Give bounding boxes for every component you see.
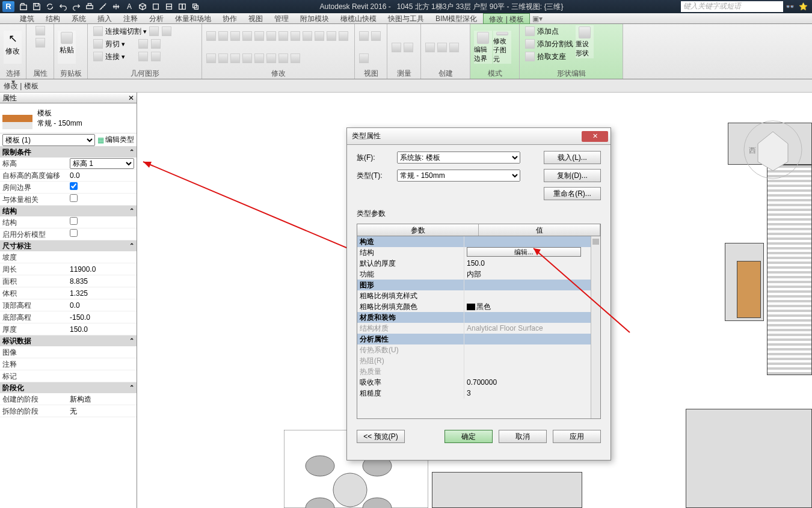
param-row[interactable]: 热质量 xyxy=(357,366,600,377)
load-button[interactable]: 载入(L)... xyxy=(544,151,601,164)
scrollbar[interactable] xyxy=(591,236,600,418)
prop-group[interactable]: 限制条件⌃ xyxy=(0,147,137,158)
param-row[interactable]: 吸收率0.700000 xyxy=(357,377,600,388)
qat-measure-icon[interactable] xyxy=(96,1,109,12)
measure-ico[interactable] xyxy=(392,43,401,52)
cut-button[interactable]: 剪切 ▾ xyxy=(91,38,162,50)
qat-3d-icon[interactable] xyxy=(136,1,149,12)
qat-section-icon[interactable] xyxy=(149,1,162,12)
prop-row[interactable]: 体积1.325 xyxy=(0,287,137,299)
prop-row[interactable]: 启用分析模型 xyxy=(0,228,137,240)
rename-button[interactable]: 重命名(R)... xyxy=(544,187,601,200)
prop-row[interactable]: 底部高程-150.0 xyxy=(0,311,137,323)
cancel-button[interactable]: 取消 xyxy=(499,430,547,443)
qat-close-hide-icon[interactable] xyxy=(176,1,189,12)
edit-type-button[interactable]: ▦编辑类型 xyxy=(97,135,134,145)
mod-ico[interactable] xyxy=(291,54,300,63)
mod-ico[interactable] xyxy=(339,31,348,41)
ok-button[interactable]: 确定 xyxy=(444,430,493,443)
mod-ico[interactable] xyxy=(242,31,252,41)
mod-ico[interactable] xyxy=(206,54,216,63)
param-row[interactable]: 结构材质Analytical Floor Surface xyxy=(357,323,600,334)
param-row[interactable]: 粗糙度3 xyxy=(357,388,600,399)
prop-row[interactable]: 标高标高 1 xyxy=(0,158,137,170)
create-ico[interactable] xyxy=(425,43,435,52)
mod-ico[interactable] xyxy=(230,31,240,41)
qat-print-icon[interactable] xyxy=(83,1,96,12)
cut-join-button[interactable]: 连接端切割 ▾ xyxy=(91,25,173,37)
edit-boundary-button[interactable]: 编辑边界 xyxy=(474,31,492,64)
prop-row[interactable]: 拆除的阶段无 xyxy=(0,405,137,417)
tab-fast[interactable]: 快图与工具 xyxy=(383,13,430,24)
qat-save-icon[interactable] xyxy=(30,1,43,12)
prop-row[interactable]: 结构 xyxy=(0,216,137,228)
qat-thin-icon[interactable] xyxy=(162,1,176,12)
mod-ico[interactable] xyxy=(327,31,336,41)
mod-ico[interactable] xyxy=(266,31,276,41)
tab-view[interactable]: 视图 xyxy=(243,13,269,24)
preview-button[interactable]: << 预览(P) xyxy=(357,430,405,443)
measure-ico[interactable] xyxy=(404,43,413,52)
prop-group[interactable]: 标识数据⌃ xyxy=(0,335,137,346)
add-split-button[interactable]: 添加分割线 xyxy=(523,38,574,50)
prop-row[interactable]: 标记 xyxy=(0,370,137,382)
create-ico[interactable] xyxy=(449,43,459,52)
mod-ico[interactable] xyxy=(206,31,216,41)
family-select[interactable]: 系统族: 楼板 xyxy=(397,151,520,164)
mod-ico[interactable] xyxy=(291,31,300,41)
tab-collab[interactable]: 协作 xyxy=(217,13,243,24)
mod-ico[interactable] xyxy=(218,31,228,41)
reset-shape-button[interactable]: 重设形状 xyxy=(576,25,594,58)
prop-row[interactable]: 房间边界 xyxy=(0,182,137,194)
mod-ico[interactable] xyxy=(218,54,228,63)
prop-group[interactable]: 阶段化⌃ xyxy=(0,382,137,393)
param-row[interactable]: 构造⌃ xyxy=(357,236,600,247)
prop-group[interactable]: 尺寸标注⌃ xyxy=(0,240,137,251)
type-selector[interactable]: 楼板 常规 - 150mm xyxy=(0,103,137,133)
modify-subelem-button[interactable]: 修改子图元 xyxy=(493,31,511,64)
tab-arch[interactable]: 建筑 xyxy=(14,13,40,24)
mod-ico[interactable] xyxy=(230,54,240,63)
tab-olm[interactable]: 橄榄山快模 xyxy=(335,13,383,24)
modify-button[interactable]: ↖修改 xyxy=(4,31,22,64)
mod-ico[interactable] xyxy=(303,31,312,41)
param-row[interactable]: 图形⌃ xyxy=(357,280,600,290)
param-row[interactable]: 功能内部 xyxy=(357,269,600,280)
ribbon-finish-icon[interactable]: ▣▾ xyxy=(530,14,544,23)
edit-structure-button[interactable]: 编辑... xyxy=(467,247,581,257)
application-menu-button[interactable]: R xyxy=(2,1,14,12)
param-row[interactable]: 粗略比例填充样式 xyxy=(357,290,600,301)
tab-struct[interactable]: 结构 xyxy=(40,13,66,24)
mod-ico[interactable] xyxy=(278,31,288,41)
qat-switch-icon[interactable] xyxy=(189,1,202,12)
prop-row[interactable]: 厚度150.0 xyxy=(0,323,137,335)
instance-filter-select[interactable]: 楼板 (1) xyxy=(2,134,95,146)
prop-row[interactable]: 图像 xyxy=(0,346,137,358)
prop-row[interactable]: 周长11900.0 xyxy=(0,263,137,275)
paste-button[interactable]: 粘贴 xyxy=(58,31,76,64)
help-icon[interactable]: ⭐ xyxy=(796,2,810,11)
param-row[interactable]: 热阻(R) xyxy=(357,355,600,366)
view-ico[interactable] xyxy=(371,31,381,41)
mod-ico[interactable] xyxy=(242,54,252,63)
find-icon[interactable]: 👓 xyxy=(783,2,796,11)
param-row[interactable]: 结构编辑... xyxy=(357,247,600,258)
param-row[interactable]: 材质和装饰⌃ xyxy=(357,312,600,323)
pick-support-button[interactable]: 拾取支座 xyxy=(523,50,574,63)
qat-text-icon[interactable]: A xyxy=(123,1,136,12)
duplicate-button[interactable]: 复制(D)... xyxy=(544,169,601,182)
prop-row[interactable]: 自标高的高度偏移0.0 xyxy=(0,170,137,182)
type-props-icon[interactable] xyxy=(35,38,45,47)
mod-ico[interactable] xyxy=(278,54,288,63)
view-cube[interactable]: 西 xyxy=(740,117,806,183)
qat-undo-icon[interactable] xyxy=(57,1,70,12)
search-input[interactable]: 键入关键字或短语 xyxy=(681,1,783,12)
prop-row[interactable]: 顶部高程0.0 xyxy=(0,299,137,311)
prop-row[interactable]: 面积8.835 xyxy=(0,275,137,287)
tab-manage[interactable]: 管理 xyxy=(269,13,295,24)
join-button[interactable]: 连接 ▾ xyxy=(91,50,162,63)
qat-open-icon[interactable] xyxy=(17,1,30,12)
param-row[interactable]: 传热系数(U) xyxy=(357,344,600,355)
view-ico[interactable] xyxy=(359,31,369,41)
tab-annotate[interactable]: 注释 xyxy=(118,13,144,24)
